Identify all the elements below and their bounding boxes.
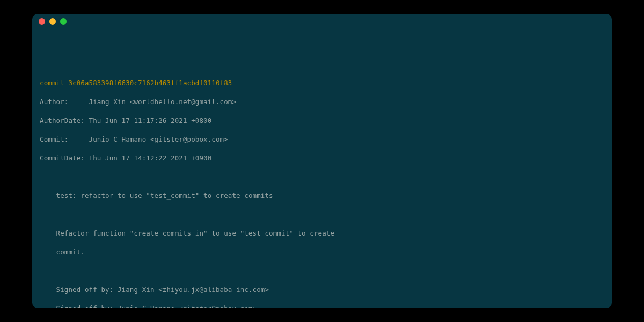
signed-off-line: Signed-off-by: Junio C Hamano <gitster@p…	[40, 304, 604, 309]
commit-body: commit.	[40, 247, 604, 257]
commit-hash-line: commit 3c06a583398f6630c7162b463ff1acbdf…	[40, 78, 604, 88]
terminal-content[interactable]: commit 3c06a583398f6630c7162b463ff1acbdf…	[32, 29, 612, 308]
signed-off-line: Signed-off-by: Jiang Xin <zhiyou.jx@alib…	[40, 285, 604, 295]
commit-line: Commit: Junio C Hamano <gitster@pobox.co…	[40, 135, 604, 144]
commit-date-line: CommitDate: Thu Jun 17 14:12:22 2021 +09…	[40, 153, 604, 163]
author-line: Author: Jiang Xin <worldhello.net@gmail.…	[40, 97, 604, 107]
titlebar	[32, 14, 612, 29]
minimize-icon[interactable]	[49, 18, 56, 25]
commit-body: Refactor function "create_commits_in" to…	[40, 229, 604, 238]
terminal-window: commit 3c06a583398f6630c7162b463ff1acbdf…	[32, 14, 612, 308]
commit-subject: test: refactor to use "test_commit" to c…	[40, 191, 604, 201]
author-date-line: AuthorDate: Thu Jun 17 11:17:26 2021 +08…	[40, 116, 604, 126]
close-icon[interactable]	[39, 18, 45, 25]
zoom-icon[interactable]	[60, 18, 67, 25]
